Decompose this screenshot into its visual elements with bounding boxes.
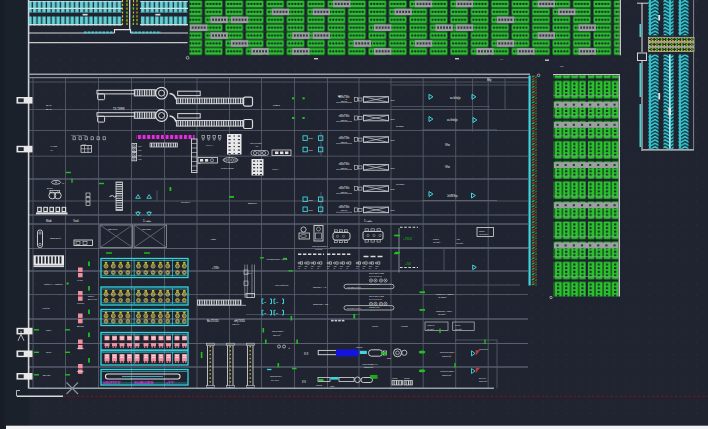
svg-text:(w+fL/fw²): (w+fL/fw²) [479,233,488,235]
svg-text:BxXwX: BxXwX [43,374,51,377]
svg-text:TxXh: TxXh [455,324,461,326]
svg-text:TwfTWfX +wfxx: TwfTWfX +wfxx [436,310,453,312]
svg-text:xTx: xTx [327,265,330,267]
svg-text:CXTJVA: CXTJVA [181,201,191,204]
svg-text:Bx..d: Bx..d [46,108,52,111]
svg-text:TwXfx: TwXfx [341,191,348,194]
svg-text:TwXXf²: TwXXf² [273,334,281,336]
svg-text:hxfxWTXfTwX: hxfxWTXfTwX [440,351,455,353]
svg-text:BxWX: BxWX [47,187,54,189]
svg-text:xx: xx [356,267,358,269]
svg-text:w-fhrfjx: w-fhrfjx [396,125,405,128]
svg-text:xx: xx [375,267,377,269]
svg-text:xTx: xTx [298,265,301,267]
svg-text:BTWjx: BTWjx [77,325,85,328]
svg-text:mm: mm [391,167,395,170]
svg-text:n/TXfTWXPwX: n/TXfTWXPwX [312,245,328,247]
svg-text:Youli: Youli [73,219,79,223]
svg-text:GfTXhjXfxx: GfTXhjXfxx [270,375,282,377]
svg-text:XXh-A: XXh-A [272,168,279,171]
svg-text:xxxx: xxxx [82,143,86,145]
svg-text:TXX 7X7 TX7: TXX 7X7 TX7 [369,298,383,300]
svg-text:xXxXfxX xxXX: xXxXfxX xxXX [347,286,362,288]
svg-text:RRRJFTX: RRRJFTX [50,237,62,240]
svg-text:xx: xx [304,267,306,269]
svg-text:ملت 1: ملت 1 [364,219,372,223]
svg-text:xTx: xTx [356,265,359,267]
svg-text:xWh-xx: xWh-xx [427,324,436,326]
svg-text:TX-TXFW: TX-TXFW [113,107,125,111]
svg-text:BxJTXXD: BxJTXXD [207,319,219,323]
svg-text:wfw: wfw [387,357,391,359]
svg-text:TwXx TwXv Jwh: TwXx TwXv Jwh [369,272,385,274]
svg-text:+Y′Y′: +Y′Y′ [166,381,174,385]
svg-text:xx: xx [346,267,348,269]
svg-text:+TXDX: +TXDX [403,237,412,241]
svg-text:Mty: Mty [487,78,492,82]
svg-text:GxW: GxW [46,351,52,354]
svg-text:ملت 1: ملت 1 [143,219,151,223]
svg-text:xXxXfxX xxXX: xXxXfxX xxXX [347,307,362,309]
svg-text:UXUTTX′X′: UXUTTX′X′ [103,381,121,385]
svg-text:XXX-A: XXX-A [206,144,214,147]
svg-text:ThxTXX + 'wihrXjX: ThxTXX + 'wihrXjX [44,283,64,285]
svg-text:TXfXjX/TWh: TXfXjX/TWh [221,167,234,169]
svg-text:xTWw: xTWw [401,325,408,328]
svg-text:+TWh: +TWh [212,266,220,270]
svg-text:xTx: xTx [317,265,320,267]
svg-text:TwXx TwXv Jwh: TwXx TwXv Jwh [369,295,385,297]
svg-text:SUJBUJB′B: SUJBUJB′B [134,381,154,385]
svg-text:Tw/TX: Tw/TX [88,295,95,297]
svg-text:WTW7 X7X: WTW7 X7X [369,283,380,285]
svg-text:xWTXfTwhXXX: xWTXfTwhXXX [362,363,378,365]
svg-text:(2+3km²): (2+3km²) [438,296,447,298]
svg-text:BTWjx: BTWjx [77,347,85,350]
svg-text:[WX]: [WX] [370,287,375,289]
svg-text:xx: xx [369,267,371,269]
svg-text:8 8: 8 8 [304,352,309,356]
svg-text:mm: mm [391,209,395,212]
svg-text:TwXTXT: TwXTXT [108,228,118,231]
svg-text:wfTWTX + w: wfTWTX + w [313,286,326,288]
svg-text:xxTWX/X +wfTxx: xxTWX/X +wfTxx [436,293,454,295]
svg-text:fTxxXX: fTxxXX [479,377,487,379]
svg-text:(XXjx: (XXjx [77,279,84,282]
svg-text:TXX 7X7 TX7: TXX 7X7 TX7 [369,275,383,277]
svg-text:xxfxWTXfTwX: xxfxWTXfTwX [440,370,455,372]
svg-text:[WX]: [WX] [370,309,375,311]
svg-text:µxbx: µxbx [46,329,52,332]
svg-text:xTWXfXx: xTWXfXx [479,348,489,350]
svg-text:TwfWXw²: TwfWXw² [442,355,452,357]
svg-text:(w+fw²): (w+fw²) [455,328,462,330]
svg-text:xTx: xTx [311,265,314,267]
svg-text:BTWjx: BTWjx [77,370,85,373]
svg-text:mm: mm [391,139,395,142]
svg-text:+TXfTWXPwX +xxXw: +TXfTWXPwX +xxXw [266,258,288,260]
svg-text:xTx: xTx [369,265,372,267]
svg-text:Twxjx: Twxjx [479,230,486,232]
svg-text:8 8: 8 8 [302,380,306,384]
svg-text:TwfTWfw + wh: TwfTWfw + wh [313,303,329,305]
svg-text:(w+fw²): (w+fw²) [456,242,464,244]
svg-text:(w+fw²): (w+fw²) [433,241,441,243]
svg-text:w+fxfw|jx: w+fxfw|jx [447,118,458,122]
svg-text:xTx: xTx [375,265,378,267]
svg-text:Madi: Madi [46,219,52,223]
svg-text:XxxVW: XxxVW [315,248,323,250]
svg-text:xxµxh: xxµxh [392,377,398,379]
svg-text:xTx: xTx [333,265,336,267]
svg-text:(3+5m²): (3+5m²) [438,313,446,315]
svg-text:Aw: Aw [255,145,258,147]
svg-text:mm: mm [391,99,395,102]
svg-text:mm: mm [391,188,395,191]
svg-text:x/TXXfTWXh: x/TXXfTWXh [275,284,289,286]
svg-text:w+fxfw|jx: w+fxfw|jx [450,96,461,100]
svg-text:TwXfx: TwXfx [341,100,348,103]
svg-text:xTx: xTx [304,265,307,267]
svg-text:xx: xx [340,267,342,269]
svg-text:TwXfx: TwXfx [341,119,348,122]
svg-text:TwfWXw²: TwfWXw² [442,374,452,376]
svg-text:xTx: xTx [340,265,343,267]
svg-text:xTx: xTx [346,265,349,267]
svg-text:xGxXX: xGxXX [232,323,240,326]
